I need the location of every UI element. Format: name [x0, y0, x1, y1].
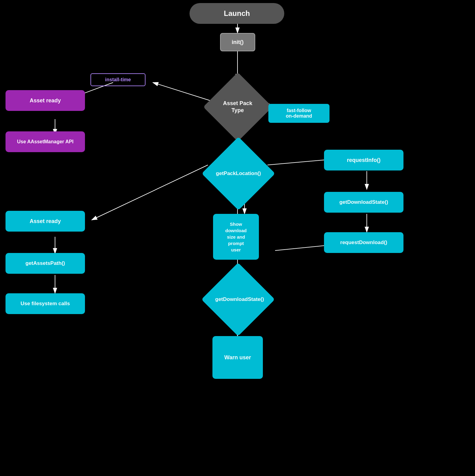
asset-ready-top-node: Asset ready	[6, 90, 85, 111]
request-info-node: requestInfo()	[324, 150, 403, 170]
get-pack-location-diamond: getPackLocation()	[199, 143, 278, 204]
get-assets-path-node: getAssetsPath()	[6, 253, 85, 274]
use-aasset-node: Use AAssetManager API	[6, 131, 85, 152]
show-download-node: Show download size and prompt user	[213, 214, 259, 260]
fast-follow-node: fast-follow on-demand	[268, 104, 330, 123]
init-node: init()	[220, 33, 255, 51]
launch-node: Launch	[190, 3, 284, 24]
get-download-state-mid-diamond: getDownloadState()	[200, 269, 276, 330]
request-download-node: requestDownload()	[324, 232, 403, 253]
svg-line-8	[92, 165, 208, 220]
asset-ready-mid-node: Asset ready	[6, 211, 85, 232]
install-time-label: install-time	[90, 73, 145, 86]
warn-user-node: Warn user	[212, 336, 263, 379]
get-download-state-right-node: getDownloadState()	[324, 192, 403, 213]
asset-pack-type-diamond: Asset Pack Type	[203, 73, 272, 141]
svg-line-3	[153, 82, 211, 101]
use-filesystem-node: Use filesystem calls	[6, 293, 85, 314]
